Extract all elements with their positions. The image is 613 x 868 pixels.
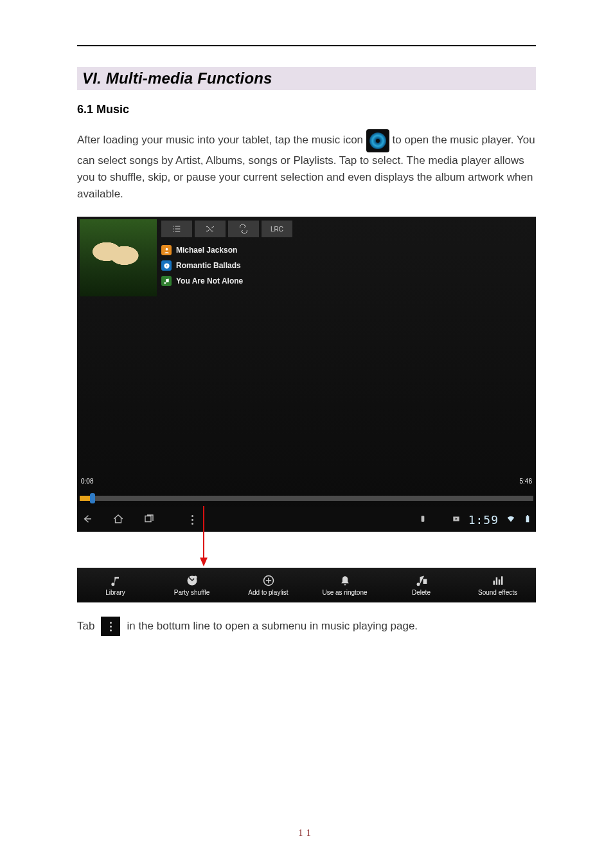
vibrate-icon bbox=[418, 514, 427, 525]
para2-pre: Tab bbox=[77, 618, 94, 635]
repeat-icon bbox=[238, 224, 249, 234]
svg-rect-5 bbox=[526, 516, 529, 521]
submenu-delete[interactable]: Delete bbox=[383, 568, 459, 602]
add-to-playlist-icon bbox=[262, 574, 275, 587]
artist-row: Michael Jackson bbox=[161, 242, 243, 258]
delete-icon bbox=[415, 574, 428, 587]
total-time: 5:46 bbox=[520, 478, 532, 485]
sub-heading: 6.1 Music bbox=[77, 103, 536, 116]
album-artwork bbox=[80, 219, 157, 296]
svg-rect-11 bbox=[423, 579, 427, 584]
svg-point-9 bbox=[193, 576, 197, 579]
album-row: Romantic Ballads bbox=[161, 258, 243, 273]
svg-rect-6 bbox=[527, 515, 528, 516]
wifi-icon bbox=[506, 514, 515, 525]
seek-bar[interactable] bbox=[80, 496, 533, 501]
submenu-library-label: Library bbox=[105, 589, 125, 596]
top-rule bbox=[77, 45, 536, 46]
submenu-sound-effects[interactable]: Sound effects bbox=[459, 568, 536, 602]
battery-icon bbox=[523, 514, 532, 525]
ringtone-icon bbox=[339, 574, 351, 587]
album-name: Romantic Ballads bbox=[176, 261, 241, 270]
svg-rect-13 bbox=[495, 577, 497, 585]
track-meta: Michael Jackson Romantic Ballads You Are… bbox=[161, 242, 243, 289]
annotation-arrow bbox=[77, 532, 536, 568]
song-row: You Are Not Alone bbox=[161, 273, 243, 289]
svg-rect-12 bbox=[493, 581, 495, 585]
submenu-party-shuffle-label: Party shuffle bbox=[174, 589, 209, 596]
svg-rect-3 bbox=[421, 516, 424, 521]
shuffle-icon bbox=[205, 224, 215, 234]
overflow-icon-inline bbox=[101, 617, 120, 636]
lrc-tab[interactable]: LRC bbox=[262, 221, 292, 237]
song-icon bbox=[161, 276, 172, 286]
svg-point-0 bbox=[165, 248, 168, 250]
page-number: 11 bbox=[0, 828, 613, 838]
song-name: You Are Not Alone bbox=[176, 276, 243, 285]
section-heading: VI. Multi-media Functions bbox=[77, 67, 536, 90]
usb-icon bbox=[435, 514, 444, 525]
list-icon bbox=[172, 224, 182, 234]
intro-paragraph: After loading your music into your table… bbox=[77, 129, 536, 203]
submenu-sound-effects-label: Sound effects bbox=[478, 589, 517, 596]
party-shuffle-icon bbox=[186, 574, 199, 587]
library-icon bbox=[109, 574, 122, 587]
lrc-label: LRC bbox=[271, 226, 283, 233]
seek-fill bbox=[80, 496, 90, 501]
svg-rect-15 bbox=[501, 576, 503, 584]
back-button[interactable] bbox=[81, 513, 94, 527]
album-icon bbox=[161, 260, 172, 271]
player-submenu: Library Party shuffle Add to playlist Us… bbox=[77, 568, 536, 602]
submenu-party-shuffle[interactable]: Party shuffle bbox=[154, 568, 230, 602]
submenu-delete-label: Delete bbox=[412, 589, 431, 596]
recent-apps-button[interactable] bbox=[143, 513, 155, 527]
submenu-paragraph: Tab in the bottum line to open a submenu… bbox=[77, 617, 536, 636]
home-button[interactable] bbox=[112, 513, 125, 527]
seek-thumb[interactable] bbox=[90, 493, 95, 503]
clock: 1:59 bbox=[468, 513, 499, 527]
para2-post: in the bottum line to open a submenu in … bbox=[127, 618, 418, 635]
music-player-screenshot: LRC Michael Jackson Romantic Ballads bbox=[77, 217, 536, 532]
svg-rect-14 bbox=[498, 579, 500, 584]
overflow-menu-button[interactable] bbox=[191, 515, 193, 525]
shuffle-tab[interactable] bbox=[195, 221, 226, 237]
music-app-icon bbox=[366, 129, 389, 152]
submenu-use-as-ringtone-label: Use as ringtone bbox=[322, 589, 367, 596]
artist-icon bbox=[161, 245, 172, 255]
equalizer-icon bbox=[492, 574, 504, 587]
intro-text-pre: After loading your music into your table… bbox=[77, 134, 363, 146]
artist-name: Michael Jackson bbox=[176, 246, 237, 255]
submenu-add-to-playlist-label: Add to playlist bbox=[248, 589, 288, 596]
system-bar: 1:59 bbox=[77, 507, 536, 532]
media-icon bbox=[452, 514, 461, 525]
repeat-tab[interactable] bbox=[228, 221, 259, 237]
submenu-library[interactable]: Library bbox=[77, 568, 154, 602]
playlist-tab[interactable] bbox=[161, 221, 192, 237]
submenu-add-to-playlist[interactable]: Add to playlist bbox=[230, 568, 306, 602]
svg-point-2 bbox=[166, 265, 167, 266]
elapsed-time: 0:08 bbox=[81, 478, 93, 485]
player-top-tabs: LRC bbox=[161, 221, 292, 237]
progress-area: 0:08 5:46 bbox=[77, 474, 536, 502]
submenu-use-as-ringtone[interactable]: Use as ringtone bbox=[306, 568, 383, 602]
